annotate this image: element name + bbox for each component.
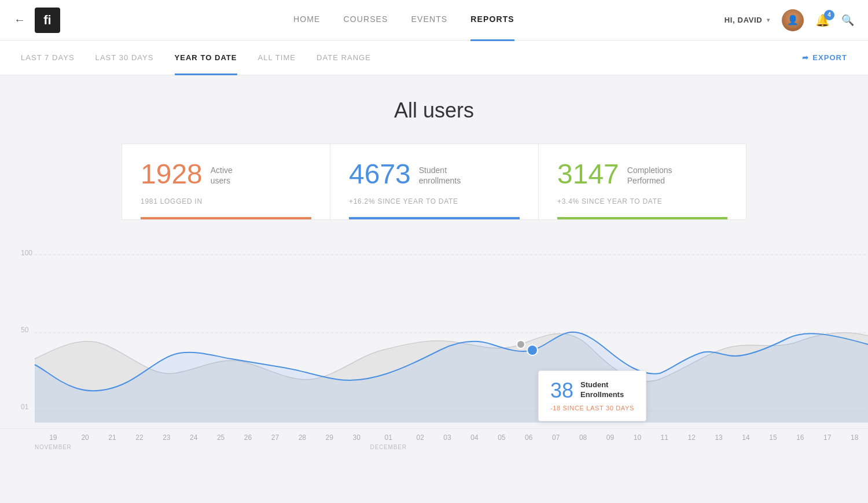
- stats-sub: +3.4% SINCE YEAR TO DATE: [557, 197, 727, 205]
- xaxis-month: DECEMBER: [370, 444, 407, 450]
- tooltip-number: 38: [550, 380, 573, 401]
- xaxis-date: 09: [606, 434, 614, 442]
- xaxis-date: 01: [384, 434, 392, 442]
- xaxis-date: 19: [49, 434, 57, 442]
- xaxis-label-14: 14: [733, 434, 760, 442]
- xaxis-label-21: 21: [99, 434, 126, 442]
- subnav-item-year-to-date[interactable]: YEAR TO DATE: [175, 41, 237, 75]
- xaxis-date: 14: [742, 434, 749, 442]
- xaxis-date: 16: [796, 434, 804, 442]
- header-right: HI, DAVID ▾ 👤 🔔 4 🔍: [724, 9, 854, 31]
- xaxis-label-29: 29: [316, 434, 343, 442]
- xaxis-label-17: 17: [814, 434, 841, 442]
- notification-badge: 4: [824, 10, 834, 20]
- stats-number: 1928: [141, 160, 203, 188]
- tooltip-sub: -18 SINCE LAST 30 DAYS: [550, 405, 634, 412]
- xaxis-label-02: 02: [407, 434, 434, 442]
- chevron-down-icon: ▾: [767, 17, 770, 23]
- search-button[interactable]: 🔍: [841, 14, 854, 27]
- avatar[interactable]: 👤: [782, 9, 804, 31]
- stats-label: Activeusers: [211, 160, 233, 186]
- xaxis-date: 29: [326, 434, 333, 442]
- xaxis-date: 18: [851, 434, 858, 442]
- y-label-01: 01: [21, 403, 32, 411]
- chart-dot: [527, 345, 538, 355]
- subnav-item-last-30-days[interactable]: LAST 30 DAYS: [95, 41, 154, 75]
- xaxis-date: 02: [416, 434, 424, 442]
- xaxis-label-05: 05: [488, 434, 515, 442]
- nav-item-events[interactable]: EVENTS: [411, 14, 448, 26]
- y-label-100: 100: [21, 249, 32, 257]
- xaxis-label-11: 11: [651, 434, 678, 442]
- xaxis-label-26: 26: [234, 434, 262, 442]
- stats-sub: +16.2% SINCE YEAR TO DATE: [349, 197, 520, 205]
- logo: fi: [35, 8, 60, 33]
- xaxis-label-24: 24: [180, 434, 207, 442]
- stats-label: CompletionsPerformed: [627, 160, 672, 186]
- header: ← fi HOMECOURSESEVENTSREPORTS HI, DAVID …: [0, 0, 868, 41]
- chart-dot-gray: [517, 340, 525, 348]
- xaxis-date: 12: [688, 434, 696, 442]
- xaxis-label-18: 18: [841, 434, 868, 442]
- export-button[interactable]: ➦ EXPORT: [802, 53, 847, 62]
- back-button[interactable]: ←: [14, 13, 25, 27]
- stats-number: 3147: [557, 160, 619, 188]
- xaxis-date: 05: [498, 434, 505, 442]
- chart-area: 100 50 01 38 Student Enrollments: [0, 243, 868, 428]
- subnav-item-date-range[interactable]: DATE RANGE: [317, 41, 371, 75]
- stats-card-completions: 3147 CompletionsPerformed +3.4% SINCE YE…: [538, 144, 746, 220]
- xaxis-date: 21: [108, 434, 116, 442]
- stats-card-active-users: 1928 Activeusers 1981 LOGGED IN: [122, 144, 330, 220]
- xaxis-labels: 19NOVEMBER202122232425262728293001DECEMB…: [0, 428, 868, 463]
- xaxis-label-22: 22: [126, 434, 153, 442]
- subnav-items: LAST 7 DAYSLAST 30 DAYSYEAR TO DATEALL T…: [21, 41, 802, 75]
- chart-svg: [0, 243, 868, 428]
- nav-item-courses[interactable]: COURSES: [343, 14, 388, 26]
- xaxis-label-12: 12: [678, 434, 705, 442]
- xaxis-label-09: 09: [597, 434, 624, 442]
- subnav-item-last-7-days[interactable]: LAST 7 DAYS: [21, 41, 75, 75]
- tooltip-label: Student Enrollments: [580, 380, 624, 400]
- stats-card-top: 1928 Activeusers: [141, 160, 311, 188]
- subnav-item-all-time[interactable]: ALL TIME: [258, 41, 296, 75]
- stats-label: Studentenrollments: [419, 160, 461, 186]
- stats-number: 4673: [349, 160, 411, 188]
- stats-bar: [557, 217, 727, 219]
- page-title: All users: [0, 98, 868, 123]
- xaxis-label-20: 20: [72, 434, 99, 442]
- export-label: EXPORT: [812, 53, 847, 62]
- subnav: LAST 7 DAYSLAST 30 DAYSYEAR TO DATEALL T…: [0, 41, 868, 75]
- main-content: All users 1928 Activeusers 1981 LOGGED I…: [0, 75, 868, 463]
- xaxis-date: 08: [579, 434, 587, 442]
- user-menu[interactable]: HI, DAVID ▾: [724, 16, 770, 24]
- xaxis-date: 17: [823, 434, 831, 442]
- xaxis-label-15: 15: [759, 434, 786, 442]
- xaxis-month: NOVEMBER: [35, 444, 72, 450]
- nav-item-reports[interactable]: REPORTS: [470, 14, 514, 26]
- xaxis-date: 13: [715, 434, 722, 442]
- xaxis-label-01: 01DECEMBER: [370, 434, 407, 450]
- stats-card-student-enrollments: 4673 Studentenrollments +16.2% SINCE YEA…: [330, 144, 538, 220]
- xaxis-label-03: 03: [434, 434, 461, 442]
- xaxis-date: 07: [552, 434, 560, 442]
- stats-card-top: 3147 CompletionsPerformed: [557, 160, 727, 188]
- xaxis-date: 06: [525, 434, 532, 442]
- xaxis-date: 11: [661, 434, 668, 442]
- main-nav: HOMECOURSESEVENTSREPORTS: [83, 14, 724, 26]
- stats-bar: [141, 217, 311, 219]
- xaxis-date: 22: [135, 434, 143, 442]
- stats-card-top: 4673 Studentenrollments: [349, 160, 520, 188]
- xaxis-date: 25: [217, 434, 225, 442]
- xaxis-label-07: 07: [542, 434, 569, 442]
- nav-item-home[interactable]: HOME: [293, 14, 320, 26]
- logo-text: fi: [43, 13, 51, 28]
- xaxis-label-16: 16: [786, 434, 814, 442]
- xaxis-label-25: 25: [207, 434, 234, 442]
- xaxis-label-27: 27: [262, 434, 289, 442]
- xaxis-label-30: 30: [343, 434, 370, 442]
- xaxis-date: 15: [769, 434, 777, 442]
- stats-row: 1928 Activeusers 1981 LOGGED IN 4673 Stu…: [0, 144, 868, 220]
- xaxis-date: 30: [352, 434, 360, 442]
- notification-button[interactable]: 🔔 4: [815, 13, 830, 27]
- xaxis-label-08: 08: [569, 434, 597, 442]
